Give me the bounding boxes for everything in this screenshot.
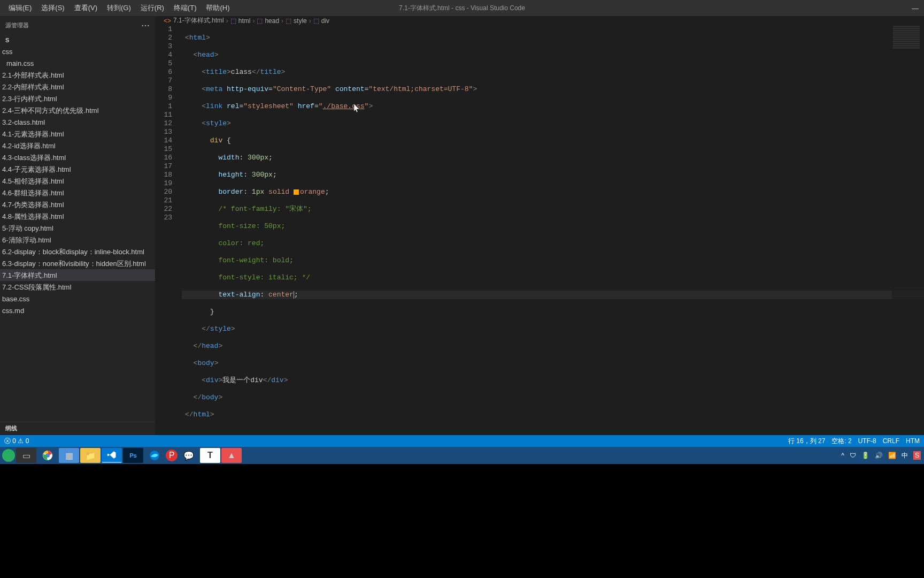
wifi-icon[interactable]: 📶	[888, 452, 896, 459]
chevron-right-icon: ›	[226, 17, 228, 25]
app-icon-p[interactable]: P	[166, 450, 178, 461]
chevron-right-icon: ›	[309, 17, 311, 25]
status-encoding[interactable]: UTF-8	[858, 437, 876, 445]
file-item[interactable]: 2.1-外部样式表.html	[0, 69, 155, 81]
file-item[interactable]: 4.3-class选择器.html	[0, 151, 155, 163]
photoshop-icon[interactable]: Ps	[123, 448, 143, 463]
line-number: 4	[155, 51, 172, 59]
status-cursor-pos[interactable]: 行 16，列 27	[788, 437, 825, 446]
workspace-root[interactable]: S	[0, 35, 155, 45]
file-item[interactable]: 7.2-CSS段落属性.html	[0, 281, 155, 293]
breadcrumb-style[interactable]: style	[294, 17, 307, 25]
bottom-black-region	[0, 464, 924, 578]
line-number: 12	[155, 119, 172, 128]
line-number: 1	[155, 25, 172, 34]
vscode-icon[interactable]	[102, 448, 122, 463]
menu-help[interactable]: 帮助(H)	[202, 1, 234, 15]
file-item[interactable]: 4.5-相邻选择器.html	[0, 175, 155, 187]
file-item[interactable]: 4.7-伪类选择器.html	[0, 199, 155, 210]
selector-icon: ⬚	[313, 17, 319, 25]
app-icon-t[interactable]: T	[200, 448, 220, 463]
explorer-header: 源管理器 ⋯	[0, 16, 155, 35]
file-tree[interactable]: cssmain.css2.1-外部样式表.html2.2-内部样式表.html2…	[0, 45, 155, 422]
tray-app-icon[interactable]: S	[913, 451, 921, 460]
battery-icon[interactable]: 🔋	[861, 452, 869, 459]
explorer-title: 源管理器	[5, 21, 29, 29]
tray-expand-icon[interactable]: ^	[841, 452, 844, 459]
windows-taskbar: ▭ ▦ 📁 Ps P 💬 T ▲ ^ 🛡 🔋 🔊 📶 中 S	[0, 447, 924, 464]
taskview-icon[interactable]: ▭	[16, 448, 36, 463]
menubar: 编辑(E) 选择(S) 查看(V) 转到(G) 运行(R) 终端(T) 帮助(H…	[4, 1, 234, 15]
line-number: 21	[155, 196, 172, 205]
line-number: 11	[155, 111, 172, 119]
menu-select[interactable]: 选择(S)	[37, 1, 68, 15]
file-item[interactable]: 2.3-行内样式.html	[0, 93, 155, 104]
file-item[interactable]: 2.2-内部样式表.html	[0, 81, 155, 93]
ime-indicator[interactable]: 中	[902, 451, 908, 460]
line-number: 1	[155, 102, 172, 111]
line-number: 3	[155, 42, 172, 51]
file-item[interactable]: base.css	[0, 293, 155, 305]
menu-edit[interactable]: 编辑(E)	[4, 1, 36, 15]
start-button[interactable]	[2, 449, 15, 462]
line-number: 9	[155, 94, 172, 102]
file-item[interactable]: 6-清除浮动.html	[0, 234, 155, 246]
line-number: 6	[155, 68, 172, 77]
line-number: 18	[155, 171, 172, 179]
volume-icon[interactable]: 🔊	[875, 452, 883, 459]
chrome-icon[interactable]	[37, 448, 58, 463]
file-item[interactable]: 5-浮动 copy.html	[0, 222, 155, 234]
line-number: 22	[155, 205, 172, 214]
file-item[interactable]: 4.1-元素选择器.html	[0, 128, 155, 140]
breadcrumb[interactable]: <> 7.1-字体样式.html › ⬚ html › ⬚ head › ⬚ s…	[155, 16, 924, 25]
statusbar: ⓧ 0 ⚠ 0 行 16，列 27 空格: 2 UTF-8 CRLF HTM	[0, 435, 924, 447]
explorer-actions[interactable]: ⋯	[141, 20, 150, 31]
app-icon[interactable]: ▦	[59, 448, 79, 463]
status-language[interactable]: HTM	[906, 437, 920, 445]
file-item[interactable]: 4.6-群组选择器.html	[0, 187, 155, 199]
file-explorer-icon[interactable]: 📁	[80, 448, 101, 463]
menu-terminal[interactable]: 终端(T)	[170, 1, 201, 15]
breadcrumb-div[interactable]: div	[321, 17, 329, 25]
line-number: 15	[155, 145, 172, 154]
menu-view[interactable]: 查看(V)	[70, 1, 102, 15]
folder-item[interactable]: css	[0, 45, 155, 57]
line-number: 2	[155, 34, 172, 42]
file-item[interactable]: 4.4-子元素选择器.html	[0, 163, 155, 175]
status-eol[interactable]: CRLF	[883, 437, 899, 445]
code-editor[interactable]: 123456789111121314151617181920212223 <ht…	[155, 25, 924, 445]
system-tray[interactable]: ^ 🛡 🔋 🔊 📶 中 S	[841, 451, 921, 460]
html-file-icon: <>	[164, 17, 171, 25]
file-item[interactable]: css.md	[0, 305, 155, 316]
code-content[interactable]: <html> <head> <title>class</title> <meta…	[182, 25, 924, 445]
file-item[interactable]: main.css	[0, 57, 155, 69]
breadcrumb-head[interactable]: head	[265, 17, 279, 25]
edge-icon[interactable]	[144, 448, 165, 463]
file-item[interactable]: 4.2-id选择器.html	[0, 140, 155, 151]
status-indent[interactable]: 空格: 2	[831, 437, 851, 446]
outline-section[interactable]: 纲线	[0, 422, 155, 435]
minimap[interactable]	[892, 25, 924, 445]
element-icon: ⬚	[286, 17, 291, 25]
file-item[interactable]: 3.2-class.html	[0, 116, 155, 128]
line-number: 17	[155, 162, 172, 171]
breadcrumb-file[interactable]: 7.1-字体样式.html	[173, 16, 224, 25]
line-number: 7	[155, 77, 172, 85]
file-item[interactable]: 2.4-三种不同方式的优先级.html	[0, 104, 155, 116]
menu-run[interactable]: 运行(R)	[136, 1, 168, 15]
app-icon-red[interactable]: ▲	[221, 448, 242, 463]
status-errors[interactable]: ⓧ 0 ⚠ 0	[4, 437, 29, 446]
window-controls: —	[912, 4, 919, 12]
wechat-icon[interactable]: 💬	[179, 448, 199, 463]
file-item[interactable]: 6.3-display：none和visibility：hidden区别.htm…	[0, 257, 155, 269]
file-item[interactable]: 4.8-属性选择器.html	[0, 210, 155, 222]
color-swatch-icon	[294, 189, 299, 195]
breadcrumb-html[interactable]: html	[238, 17, 251, 25]
menu-goto[interactable]: 转到(G)	[103, 1, 135, 15]
shield-icon[interactable]: 🛡	[850, 452, 856, 459]
editor-area: <>-伪类选择器.html<>4.8-属性选择器.html<>6-清除浮动.ht…	[155, 16, 924, 435]
minimize-icon[interactable]: —	[912, 4, 919, 12]
file-item[interactable]: 7.1-字体样式.html	[0, 269, 155, 281]
sidebar-explorer: 源管理器 ⋯ S cssmain.css2.1-外部样式表.html2.2-内部…	[0, 16, 155, 435]
file-item[interactable]: 6.2-display：block和display：inline-block.h…	[0, 246, 155, 257]
